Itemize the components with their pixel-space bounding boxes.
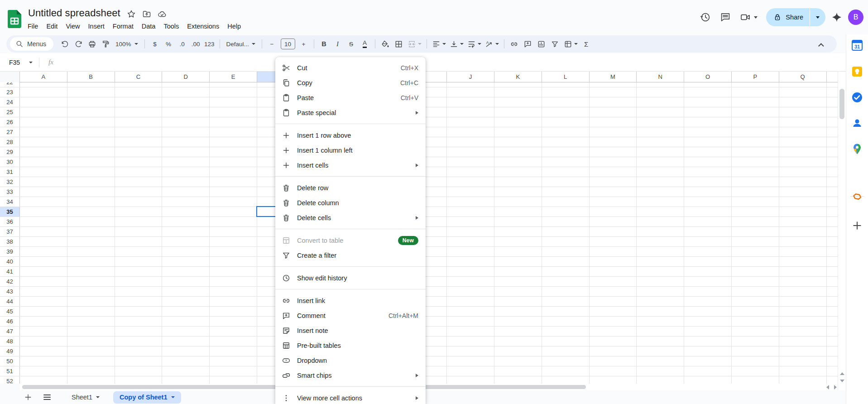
row-header-32[interactable]: 32	[0, 177, 20, 187]
column-header-N[interactable]: N	[637, 72, 684, 82]
row-header-29[interactable]: 29	[0, 147, 20, 157]
zoom-select[interactable]: 100%	[113, 38, 141, 50]
borders-button[interactable]	[393, 38, 405, 50]
row-header-40[interactable]: 40	[0, 257, 20, 266]
menubar-item-extensions[interactable]: Extensions	[183, 21, 223, 31]
row-header-37[interactable]: 37	[0, 227, 20, 236]
meet-dropdown-caret[interactable]	[754, 16, 758, 19]
decrease-font-size-button[interactable]: −	[266, 38, 278, 50]
vertical-scrollbar[interactable]	[838, 72, 846, 390]
format-currency-button[interactable]: $	[149, 38, 161, 50]
more-number-formats-button[interactable]: 123	[203, 38, 216, 50]
gemini-sparkle-icon[interactable]	[831, 11, 843, 23]
menu-item-pre-built-tables[interactable]: Pre-built tables	[275, 338, 426, 353]
scroll-up-button[interactable]	[840, 371, 844, 376]
vertical-align-button[interactable]	[448, 38, 465, 50]
text-rotation-button[interactable]: A	[484, 38, 500, 50]
star-icon[interactable]	[127, 10, 136, 19]
menubar-item-file[interactable]: File	[24, 21, 42, 31]
column-header-C[interactable]: C	[115, 72, 163, 82]
menu-item-show-edit-history[interactable]: Show edit history	[275, 270, 426, 285]
row-header-22[interactable]: 22	[0, 82, 20, 87]
row-header-50[interactable]: 50	[0, 356, 20, 366]
menu-item-view-more-cell-actions[interactable]: View more cell actions	[275, 390, 426, 404]
menu-item-smart-chips[interactable]: Smart chips	[275, 368, 426, 383]
menu-item-cut[interactable]: CutCtrl+X	[275, 60, 426, 75]
scroll-down-button[interactable]	[840, 379, 844, 383]
sheets-logo-icon[interactable]	[8, 10, 21, 28]
hide-menus-button[interactable]	[815, 38, 828, 51]
tasks-icon[interactable]	[851, 91, 863, 104]
comments-icon[interactable]	[715, 8, 735, 26]
pivot-table-button[interactable]	[562, 38, 579, 50]
row-header-47[interactable]: 47	[0, 327, 20, 336]
vertical-scrollbar-thumb[interactable]	[839, 89, 844, 119]
row-header-48[interactable]: 48	[0, 337, 20, 346]
merge-cells-button[interactable]	[406, 38, 423, 50]
row-header-43[interactable]: 43	[0, 287, 20, 296]
account-avatar[interactable]: B	[848, 10, 863, 25]
column-header-E[interactable]: E	[210, 72, 257, 82]
maps-icon[interactable]	[851, 143, 863, 155]
document-title[interactable]: Untitled spreadsheet	[28, 7, 120, 19]
version-history-icon[interactable]	[695, 8, 715, 26]
font-family-select[interactable]: Defaul...	[224, 38, 258, 50]
cloud-saved-icon[interactable]	[158, 10, 167, 19]
row-header-52[interactable]: 52	[0, 376, 20, 384]
column-header-A[interactable]: A	[20, 72, 67, 82]
menu-item-delete-row[interactable]: Delete row	[275, 180, 426, 195]
menu-item-insert-1-row-above[interactable]: Insert 1 row above	[275, 128, 426, 143]
menu-item-convert-to-table[interactable]: Convert to tableNew	[275, 233, 426, 248]
column-header-P[interactable]: P	[732, 72, 779, 82]
share-button[interactable]: Share	[766, 8, 825, 26]
menubar-item-edit[interactable]: Edit	[42, 21, 62, 31]
addon-icon[interactable]	[851, 191, 863, 203]
format-percent-button[interactable]: %	[162, 38, 175, 50]
increase-font-size-button[interactable]: +	[297, 38, 310, 50]
column-header-Q[interactable]: Q	[779, 72, 827, 82]
sheet-tab-copy-of-sheet1[interactable]: Copy of Sheet1	[113, 391, 181, 404]
column-header-B[interactable]: B	[67, 72, 115, 82]
undo-button[interactable]	[58, 38, 71, 50]
contacts-icon[interactable]	[851, 117, 863, 130]
row-header-27[interactable]: 27	[0, 127, 20, 137]
row-header-51[interactable]: 51	[0, 366, 20, 376]
redo-button[interactable]	[72, 38, 85, 50]
horizontal-scrollbar[interactable]	[20, 384, 838, 390]
menubar-item-data[interactable]: Data	[138, 21, 160, 31]
row-header-34[interactable]: 34	[0, 197, 20, 207]
scroll-left-button[interactable]	[824, 385, 831, 390]
column-header-M[interactable]: M	[590, 72, 637, 82]
move-to-folder-icon[interactable]	[142, 10, 151, 19]
sheet-tab-caret[interactable]	[96, 396, 100, 398]
row-header-42[interactable]: 42	[0, 277, 20, 286]
row-header-23[interactable]: 23	[0, 87, 20, 97]
row-header-24[interactable]: 24	[0, 97, 20, 107]
menus-search-button[interactable]: Menus	[10, 37, 53, 51]
menubar-item-help[interactable]: Help	[223, 21, 245, 31]
meet-video-icon[interactable]	[735, 8, 762, 26]
column-header-O[interactable]: O	[684, 72, 732, 82]
sheet-tab-sheet1[interactable]: Sheet1	[65, 391, 106, 404]
menu-item-delete-column[interactable]: Delete column	[275, 195, 426, 210]
menu-item-insert-1-column-left[interactable]: Insert 1 column left	[275, 143, 426, 158]
menu-item-comment[interactable]: CommentCtrl+Alt+M	[275, 308, 426, 323]
menu-item-delete-cells[interactable]: Delete cells	[275, 210, 426, 225]
row-header-28[interactable]: 28	[0, 137, 20, 147]
menu-item-insert-note[interactable]: Insert note	[275, 323, 426, 338]
menu-item-dropdown[interactable]: Dropdown	[275, 353, 426, 368]
row-header-39[interactable]: 39	[0, 247, 20, 256]
font-size-input[interactable]: 10	[281, 38, 295, 49]
menubar-item-format[interactable]: Format	[109, 21, 138, 31]
name-box-caret[interactable]	[29, 62, 33, 63]
row-header-30[interactable]: 30	[0, 157, 20, 167]
decrease-decimal-button[interactable]: .0	[176, 38, 188, 50]
italic-button[interactable]: I	[331, 38, 344, 50]
get-addons-icon[interactable]	[851, 219, 863, 232]
insert-chart-button[interactable]	[535, 38, 548, 50]
functions-button[interactable]: Σ	[580, 38, 593, 50]
paint-format-button[interactable]	[99, 38, 112, 50]
menu-item-copy[interactable]: CopyCtrl+C	[275, 75, 426, 90]
sheet-tab-caret[interactable]	[171, 396, 175, 398]
print-button[interactable]	[86, 38, 98, 50]
